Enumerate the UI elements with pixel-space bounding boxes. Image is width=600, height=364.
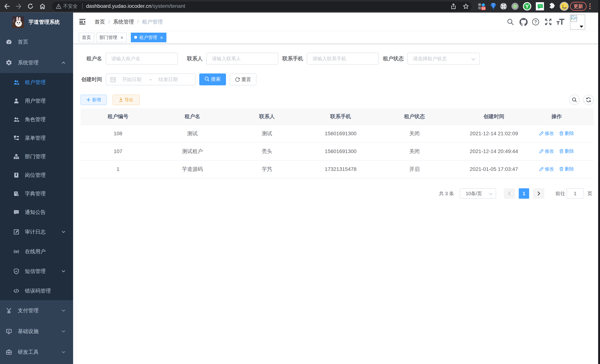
svg-text:10: 10	[482, 7, 485, 10]
svg-text:?: ?	[534, 19, 537, 24]
